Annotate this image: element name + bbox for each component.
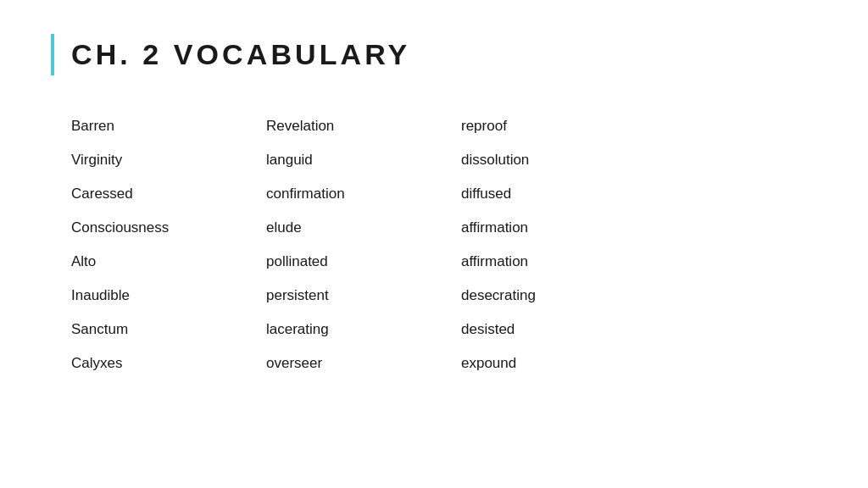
vocab-item-r2-c2: diffused [461, 177, 656, 211]
vocab-item-r4-c2: affirmation [461, 245, 656, 279]
title-section: CH. 2 VOCABULARY [51, 34, 817, 75]
vocab-item-r7-c0: Calyxes [71, 347, 266, 380]
vocab-item-r4-c1: pollinated [266, 245, 461, 279]
vocab-item-r5-c0: Inaudible [71, 279, 266, 313]
vocab-item-r1-c2: dissolution [461, 143, 656, 177]
vocab-item-r4-c0: Alto [71, 245, 266, 279]
page-container: CH. 2 VOCABULARY BarrenRevelationreproof… [0, 0, 868, 488]
vocab-item-r3-c1: elude [266, 211, 461, 245]
vocab-item-r0-c1: Revelation [266, 109, 461, 143]
vocab-item-r2-c0: Caressed [71, 177, 266, 211]
page-title: CH. 2 VOCABULARY [71, 34, 410, 75]
vocab-item-r0-c2: reproof [461, 109, 656, 143]
vocab-grid: BarrenRevelationreproofVirginitylanguidd… [71, 109, 817, 380]
vocab-item-r2-c1: confirmation [266, 177, 461, 211]
vocab-item-r5-c2: desecrating [461, 279, 656, 313]
vocab-item-r3-c2: affirmation [461, 211, 656, 245]
vocab-item-r6-c1: lacerating [266, 313, 461, 347]
vocab-item-r5-c1: persistent [266, 279, 461, 313]
vocab-item-r0-c0: Barren [71, 109, 266, 143]
vocab-item-r1-c0: Virginity [71, 143, 266, 177]
vocab-item-r3-c0: Consciousness [71, 211, 266, 245]
vocab-item-r7-c2: expound [461, 347, 656, 380]
vocab-item-r6-c2: desisted [461, 313, 656, 347]
vocab-item-r7-c1: overseer [266, 347, 461, 380]
title-accent-bar [51, 34, 54, 75]
vocab-item-r6-c0: Sanctum [71, 313, 266, 347]
vocab-item-r1-c1: languid [266, 143, 461, 177]
